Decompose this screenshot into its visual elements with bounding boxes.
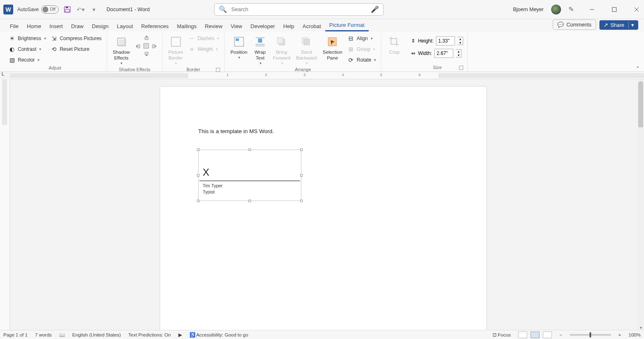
zoom-thumb[interactable]: [590, 332, 591, 337]
minimize-button[interactable]: [588, 5, 596, 14]
tab-mailings[interactable]: Mailings: [173, 21, 201, 31]
zoom-percent[interactable]: 100%: [629, 332, 641, 337]
document-canvas[interactable]: This is a template in MS Word. X Tim Typ…: [10, 79, 644, 330]
resize-handle[interactable]: [249, 148, 251, 151]
tab-review[interactable]: Review: [201, 21, 227, 31]
weight-button: ≡Weight▾: [187, 45, 220, 54]
shadow-toggle-center[interactable]: [142, 41, 151, 50]
user-avatar[interactable]: [551, 5, 561, 14]
resize-handle[interactable]: [197, 148, 199, 151]
crop-label: Crop: [389, 50, 400, 55]
wrap-text-button[interactable]: Wrap Text▾: [251, 34, 269, 66]
picture-border-button: Picture Border▾: [167, 34, 185, 66]
print-layout-button[interactable]: [530, 332, 540, 338]
resize-handle[interactable]: [300, 148, 303, 151]
focus-mode-button[interactable]: ⊡ Focus: [492, 332, 511, 338]
resize-handle[interactable]: [249, 200, 251, 202]
collapse-ribbon-button[interactable]: ⌄: [636, 63, 640, 69]
width-input[interactable]: [434, 49, 453, 58]
resize-handle[interactable]: [197, 174, 199, 177]
group-label-adjust: Adjust: [7, 64, 102, 72]
word-count[interactable]: 7 words: [35, 332, 52, 337]
zoom-slider[interactable]: [570, 334, 611, 336]
autosave-toggle[interactable]: Off: [41, 5, 59, 14]
shadow-effects-button[interactable]: Shadow Effects▾: [111, 34, 132, 66]
position-button[interactable]: Position▾: [229, 34, 249, 61]
selection-pane-button[interactable]: Selection Pane: [321, 34, 344, 62]
tab-view[interactable]: View: [227, 21, 246, 31]
user-name[interactable]: Bjoern Meyer: [513, 7, 544, 12]
signature-line-object[interactable]: X Tim Typer Typist: [198, 150, 301, 201]
signature-name: Tim Typer: [203, 183, 223, 188]
nudge-up-icon: [143, 35, 149, 41]
position-icon: [232, 35, 246, 49]
zoom-out-button[interactable]: −: [559, 332, 562, 337]
share-button[interactable]: ↗ Share ▾: [599, 20, 638, 30]
tab-help[interactable]: Help: [279, 21, 298, 31]
scroll-thumb[interactable]: [638, 82, 643, 127]
tab-design[interactable]: Design: [88, 21, 113, 31]
text-predictions-indicator[interactable]: Text Predictions: On: [128, 332, 171, 337]
shadow-nudge-left[interactable]: [134, 41, 142, 50]
tab-layout[interactable]: Layout: [113, 21, 137, 31]
contrast-icon: ◐: [8, 45, 16, 53]
language-indicator[interactable]: English (United States): [72, 332, 121, 337]
body-text[interactable]: This is a template in MS Word.: [198, 128, 274, 134]
tab-acrobat[interactable]: Acrobat: [298, 21, 325, 31]
group-size: ⇕ Height: ▲▼ ⇔ Width: ▲▼ Size: [407, 33, 468, 72]
rotate-button[interactable]: ⟳Rotate▾: [346, 55, 377, 64]
tab-draw[interactable]: Draw: [67, 21, 88, 31]
undo-button[interactable]: ↶▾: [76, 5, 85, 14]
reset-picture-button[interactable]: ⟲Reset Picture: [50, 45, 102, 54]
page[interactable]: This is a template in MS Word. X Tim Typ…: [160, 87, 486, 330]
resize-handle[interactable]: [197, 200, 199, 202]
shadow-nudge-up[interactable]: [142, 34, 150, 41]
share-label: Share: [611, 22, 624, 28]
pen-mode-icon[interactable]: ✎: [568, 5, 574, 13]
height-input[interactable]: [436, 36, 455, 45]
resize-handle[interactable]: [300, 200, 303, 202]
spin-up-icon: ▲: [457, 37, 463, 41]
compress-pictures-button[interactable]: ⇲Compress Pictures: [50, 34, 102, 43]
picture-border-label: Picture Border: [168, 50, 183, 61]
page-indicator[interactable]: Page 1 of 1: [3, 332, 28, 337]
height-spinner[interactable]: ▲▼: [457, 37, 463, 45]
spellcheck-icon[interactable]: 📖: [59, 332, 65, 338]
accessibility-indicator[interactable]: ♿ Accessibility: Good to go: [189, 332, 248, 338]
tab-file[interactable]: File: [6, 21, 23, 31]
border-dialog-launcher[interactable]: [216, 68, 220, 72]
brightness-icon: ☀: [8, 35, 16, 42]
zoom-in-button[interactable]: +: [618, 332, 621, 337]
size-dialog-launcher[interactable]: [459, 66, 463, 70]
close-button[interactable]: [632, 5, 641, 14]
brightness-button[interactable]: ☀Brightness▾: [7, 34, 47, 43]
macro-icon[interactable]: ▶: [178, 332, 182, 338]
comments-button[interactable]: 💬 Comments: [553, 19, 596, 30]
align-button[interactable]: ⊟Align▾: [346, 34, 377, 43]
signature-line: [199, 181, 300, 181]
tab-picture-format[interactable]: Picture Format: [325, 19, 369, 31]
tab-developer[interactable]: Developer: [246, 21, 279, 31]
width-spinner[interactable]: ▲▼: [456, 49, 462, 57]
resize-handle[interactable]: [300, 174, 303, 177]
position-label: Position: [230, 50, 247, 55]
search-input[interactable]: [231, 6, 371, 12]
maximize-button[interactable]: [610, 5, 618, 14]
web-layout-button[interactable]: [543, 332, 552, 338]
tab-insert[interactable]: Insert: [45, 21, 67, 31]
save-button[interactable]: [63, 5, 72, 14]
mic-icon[interactable]: 🎤: [371, 5, 379, 13]
tab-references[interactable]: References: [137, 21, 173, 31]
recolor-button[interactable]: ▧Recolor▾: [7, 55, 47, 64]
vertical-ruler[interactable]: [0, 79, 10, 330]
tab-home[interactable]: Home: [23, 21, 45, 31]
horizontal-ruler[interactable]: 1 2 3 4 5 6: [10, 72, 644, 79]
read-mode-button[interactable]: [518, 332, 527, 338]
contrast-button[interactable]: ◐Contrast▾: [7, 45, 47, 54]
shadow-nudge-right[interactable]: [151, 41, 158, 50]
ribbon: ☀Brightness▾ ◐Contrast▾ ▧Recolor▾ ⇲Compr…: [0, 31, 644, 72]
shadow-nudge-down[interactable]: [142, 50, 150, 58]
search-box[interactable]: 🔍 🎤: [214, 3, 384, 16]
customize-qat-button[interactable]: ▾: [89, 5, 98, 14]
vertical-scrollbar[interactable]: ▴ ▾: [637, 79, 644, 330]
